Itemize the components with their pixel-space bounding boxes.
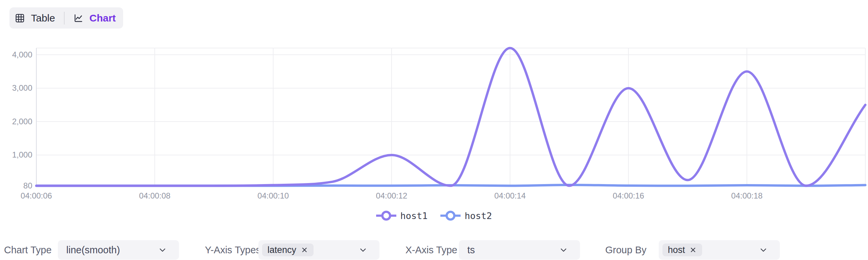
chart-plot[interactable]: 801,0002,0003,0004,00004:00:0604:00:0804… <box>0 0 868 207</box>
y-tick-label: 1,000 <box>12 150 32 159</box>
chart-legend: host1 host2 <box>0 208 868 223</box>
chevron-down-icon <box>758 245 768 256</box>
group-by-label: Group By <box>605 245 647 256</box>
chart-type-value: line(smooth) <box>66 245 120 256</box>
legend-marker-icon <box>440 210 461 221</box>
chart-type-label: Chart Type <box>4 245 52 256</box>
y-tick-label: 4,000 <box>12 50 32 59</box>
chevron-down-icon <box>157 245 167 256</box>
x-axis-type-label: X-Axis Type <box>405 245 457 256</box>
legend-marker-icon <box>376 210 396 221</box>
chart-type-select[interactable]: line(smooth) <box>58 240 179 260</box>
chevron-down-icon <box>558 245 568 256</box>
legend-label: host2 <box>465 211 492 221</box>
group-by-select[interactable]: host <box>659 240 780 260</box>
latency-chip-label: latency <box>268 245 297 255</box>
legend-item-host1[interactable]: host1 <box>376 210 428 221</box>
series-line-host1 <box>36 48 865 186</box>
host-chip-label: host <box>668 245 685 255</box>
y-tick-label: 3,000 <box>12 83 32 92</box>
x-tick-label: 04:00:08 <box>139 191 170 200</box>
x-tick-label: 04:00:14 <box>494 191 526 200</box>
x-tick-label: 04:00:18 <box>731 191 762 200</box>
y-axis-types-label: Y-Axis Types <box>205 245 261 256</box>
latency-chip[interactable]: latency <box>262 244 314 256</box>
x-axis-type-select[interactable]: ts <box>459 240 580 260</box>
chart-panel: Table Chart 801,0002,0003,0004,00004:00:… <box>0 0 868 260</box>
x-axis-type-value: ts <box>467 245 475 256</box>
x-tick-label: 04:00:06 <box>21 191 52 200</box>
x-tick-label: 04:00:12 <box>376 191 407 200</box>
legend-label: host1 <box>400 211 428 221</box>
y-tick-label: 80 <box>23 181 32 190</box>
y-tick-label: 2,000 <box>12 117 32 126</box>
chevron-down-icon <box>358 245 368 256</box>
y-axis-types-select[interactable]: latency <box>258 240 379 260</box>
close-icon[interactable] <box>301 246 308 254</box>
host-chip[interactable]: host <box>662 244 702 256</box>
x-tick-label: 04:00:10 <box>257 191 289 200</box>
x-tick-label: 04:00:16 <box>613 191 644 200</box>
close-icon[interactable] <box>689 246 697 254</box>
legend-item-host2[interactable]: host2 <box>440 210 492 221</box>
